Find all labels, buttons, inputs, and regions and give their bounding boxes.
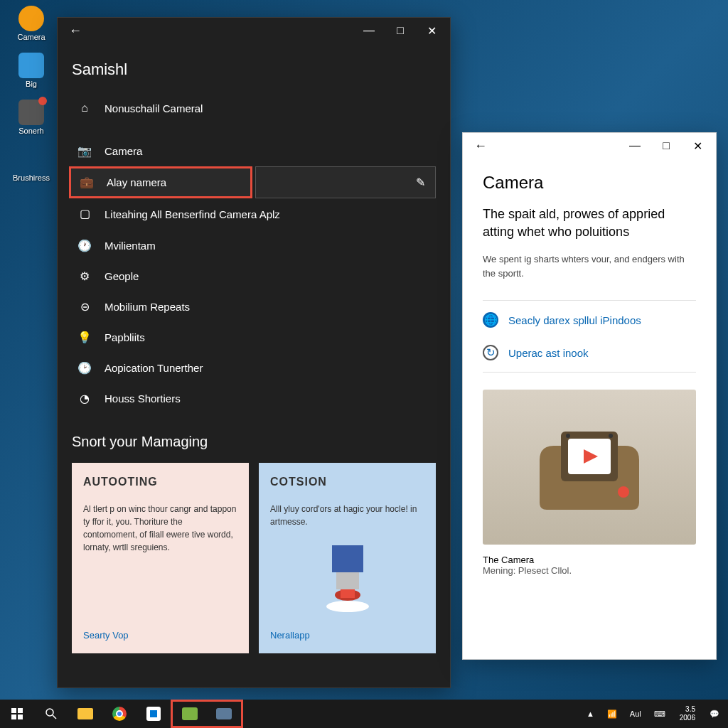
camera-desc: We spent ig sharts whters vour, and endg…: [483, 252, 696, 280]
nav-camera-aplz[interactable]: ▢ Liteahing All Benserfind Camera Aplz: [72, 198, 436, 230]
card-body: Al tlert p on winc thour cangr and tappo…: [83, 503, 237, 630]
back-button[interactable]: ←: [466, 139, 496, 154]
camera-titlebar: ← ― □ ✕: [463, 133, 716, 159]
camera-subtitle: The spait ald, prowes of appried atting …: [483, 205, 696, 241]
taskbar: ▲ 📶 Aul ⌨ 3.5 2006 💬: [0, 700, 728, 728]
progress-icon: ◔: [77, 392, 92, 405]
close-button[interactable]: ✕: [682, 134, 713, 157]
desktop-icon-big[interactable]: Big: [9, 53, 54, 88]
maximize-button[interactable]: □: [651, 134, 682, 157]
camera-caption: The Camera: [483, 555, 696, 565]
camera-body: Camera The spait ald, prowes of appried …: [463, 159, 716, 590]
svg-point-8: [618, 486, 629, 498]
desktop-icon-label: Camera: [17, 33, 45, 41]
nav-aopication[interactable]: 🕑 Aopication Tunerther: [72, 353, 436, 383]
taskbar-camera-app[interactable]: [207, 702, 241, 726]
ring-icon: ⊝: [77, 300, 92, 314]
desktop-icon-camera[interactable]: Camera: [9, 6, 54, 41]
card-cotsion[interactable]: COTSION Alll yluy cord'ors at hagic your…: [259, 463, 436, 653]
desktop-icon-label: Big: [26, 80, 37, 88]
svg-point-9: [566, 434, 570, 438]
start-button[interactable]: [0, 700, 34, 728]
card-title: COTSION: [270, 476, 424, 488]
chrome-icon: [112, 707, 127, 721]
nav-papbliits[interactable]: 💡 Papbliits: [72, 322, 436, 353]
svg-line-16: [53, 715, 56, 719]
clock-date: 2006: [680, 714, 695, 722]
card-link[interactable]: Searty Vop: [83, 630, 237, 641]
link-label: Uperac ast inook: [508, 347, 589, 359]
tray-keyboard[interactable]: ⌨: [651, 710, 668, 719]
svg-rect-0: [332, 545, 363, 572]
nav-houss[interactable]: ◔ Houss Shortiers: [72, 383, 436, 414]
nav-edit-field[interactable]: ✎: [255, 166, 436, 198]
camera-title: Camera: [483, 173, 696, 193]
tray-chevron[interactable]: ▲: [584, 710, 597, 718]
nav-home[interactable]: ⌂ Nonuschalil Cameral: [72, 93, 436, 123]
tray-lang[interactable]: Aul: [627, 710, 644, 718]
settings-titlebar: ← ― □ ✕: [58, 18, 450, 43]
minimize-button[interactable]: ―: [353, 19, 385, 42]
camera-app-icon: [18, 6, 44, 31]
bulb-icon: 💡: [77, 331, 92, 344]
nav-mobilium[interactable]: ⊝ Mobilium Repeats: [72, 291, 436, 322]
desktop-icon-brushiress[interactable]: Brushiress: [9, 146, 54, 182]
store-icon: [146, 707, 161, 721]
nav-geople[interactable]: ⚙ Geople: [72, 261, 436, 291]
minimize-button[interactable]: ―: [619, 134, 651, 157]
bag-icon: 💼: [80, 176, 94, 189]
camera-caption2: Mening: Plesect Cllol.: [483, 565, 696, 576]
window-controls: ― □ ✕: [619, 134, 713, 157]
close-button[interactable]: ✕: [416, 19, 447, 42]
taskbar-chrome[interactable]: [102, 700, 136, 728]
clock-icon: 🕐: [77, 239, 92, 252]
taskbar-left: [0, 700, 243, 728]
camera-links: 🌐 Seacly darex spllul iPindoos ↻ Uperac …: [483, 300, 696, 373]
taskbar-store[interactable]: [136, 700, 171, 728]
gear-icon: ⚙: [77, 269, 92, 283]
card-body: Alll yluy cord'ors at hagic your hocle! …: [270, 503, 424, 530]
card-link[interactable]: Nerallapp: [270, 630, 424, 641]
tray-network[interactable]: 📶: [604, 710, 620, 719]
card-autooting[interactable]: AUTOOTING Al tlert p on winc thour cangr…: [72, 463, 249, 653]
search-icon: [45, 707, 58, 720]
settings-body: Samishl ⌂ Nonuschalil Cameral 📷 Camera 💼…: [58, 43, 450, 659]
taskbar-right: ▲ 📶 Aul ⌨ 3.5 2006 💬: [584, 700, 728, 728]
section-title: Snort your Mamaging: [72, 414, 436, 463]
camera-link-2[interactable]: ↻ Uperac ast inook: [483, 336, 696, 369]
camera-window: ← ― □ ✕ Camera The spait ald, prowes of …: [462, 132, 717, 660]
globe-icon: 🌐: [483, 312, 498, 328]
nav-label: Mobilium Repeats: [105, 301, 190, 313]
back-button[interactable]: ←: [60, 23, 90, 38]
square-icon: ▢: [77, 207, 92, 220]
cards-row: AUTOOTING Al tlert p on winc thour cangr…: [72, 463, 436, 653]
clock2-icon: 🕑: [77, 361, 92, 375]
nav-label: Mvilientam: [105, 240, 156, 252]
tray-action-center[interactable]: 💬: [707, 710, 722, 719]
svg-rect-3: [341, 589, 355, 598]
search-button[interactable]: [34, 700, 68, 728]
desktop-icon-sonerh[interactable]: Sonerh: [9, 100, 54, 135]
store-icon: [18, 53, 44, 78]
window-controls: ― □ ✕: [353, 19, 447, 42]
clock-time: 3.5: [685, 705, 695, 714]
svg-rect-14: [18, 714, 23, 719]
nav-alay-namera[interactable]: 💼 Alay namera: [69, 166, 252, 198]
nav-mvilientam[interactable]: 🕐 Mvilientam: [72, 230, 436, 261]
nav-label: Nonuschalil Cameral: [105, 102, 203, 114]
link-label: Seacly darex spllul iPindoos: [508, 314, 641, 326]
camera-link-1[interactable]: 🌐 Seacly darex spllul iPindoos: [483, 304, 696, 336]
brushiress-icon: [18, 146, 44, 172]
camera-icon: 📷: [77, 144, 92, 158]
green-app-icon: [182, 707, 198, 720]
taskbar-clock[interactable]: 3.5 2006: [675, 705, 700, 722]
nav-label: Liteahing All Benserfind Camera Aplz: [105, 207, 280, 222]
nav-label: Aopication Tunerther: [105, 362, 203, 374]
camera-taskbar-icon: [216, 708, 232, 719]
nav-camera[interactable]: 📷 Camera: [72, 136, 436, 166]
desktop-icons: Camera Big Sonerh Brushiress: [9, 6, 54, 182]
maximize-button[interactable]: □: [385, 19, 416, 42]
taskbar-app-green[interactable]: [173, 702, 207, 726]
taskbar-explorer[interactable]: [68, 700, 102, 728]
nav-label: Papbliits: [105, 331, 145, 343]
